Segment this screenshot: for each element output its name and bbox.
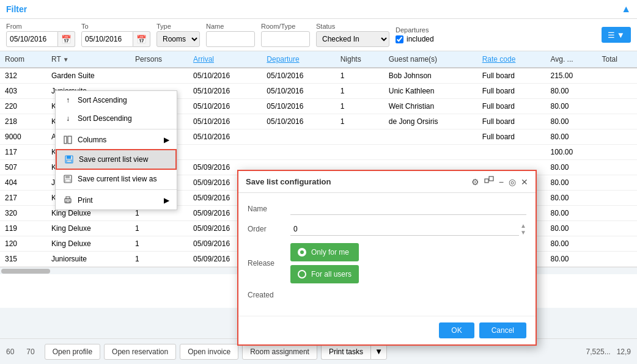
release-only-me-radio[interactable] (298, 248, 306, 257)
release-option-only-me[interactable]: Only for me (290, 243, 359, 261)
order-increment-button[interactable]: ▲ (520, 222, 526, 229)
created-field: Created (248, 291, 526, 299)
release-options: Only for me For all users (290, 243, 359, 283)
svg-rect-11 (485, 179, 488, 183)
release-field: Release Only for me For all users (248, 243, 526, 283)
order-field: Order ▲ ▼ (248, 222, 526, 236)
dialog-title: Save list configuration (246, 177, 331, 186)
name-field: Name (248, 202, 526, 215)
release-only-me-label: Only for me (311, 248, 349, 257)
dialog-header-icons: ⚙ − ◎ ✕ (471, 176, 528, 187)
release-option-all-users[interactable]: For all users (290, 265, 359, 283)
release-all-users-radio[interactable] (298, 270, 306, 278)
ok-button[interactable]: OK (439, 322, 474, 338)
save-list-dialog: Save list configuration ⚙ − ◎ ✕ Name Ord… (237, 170, 537, 346)
dialog-overlay: Save list configuration ⚙ − ◎ ✕ Name Ord… (0, 0, 637, 364)
order-input[interactable] (290, 223, 519, 236)
release-all-users-label: For all users (311, 270, 352, 278)
close-icon[interactable]: ✕ (521, 177, 528, 187)
release-field-label: Release (248, 259, 290, 268)
order-spinner-arrows: ▲ ▼ (519, 222, 526, 236)
order-spinner: ▲ ▼ (290, 222, 526, 236)
dialog-header: Save list configuration ⚙ − ◎ ✕ (238, 171, 536, 193)
dialog-footer: OK Cancel (238, 316, 536, 344)
name-field-input[interactable] (290, 202, 526, 215)
svg-rect-12 (489, 177, 493, 181)
created-field-label: Created (248, 291, 290, 299)
restore-icon[interactable]: ◎ (509, 177, 516, 187)
cancel-button[interactable]: Cancel (479, 322, 526, 338)
order-decrement-button[interactable]: ▼ (520, 229, 526, 236)
resize-icon[interactable] (484, 176, 494, 187)
settings-icon[interactable]: ⚙ (471, 177, 479, 187)
name-field-label: Name (248, 205, 290, 213)
dialog-body: Name Order ▲ ▼ Release Only (238, 193, 536, 316)
order-field-label: Order (248, 225, 290, 233)
minimize-icon[interactable]: − (499, 177, 504, 187)
